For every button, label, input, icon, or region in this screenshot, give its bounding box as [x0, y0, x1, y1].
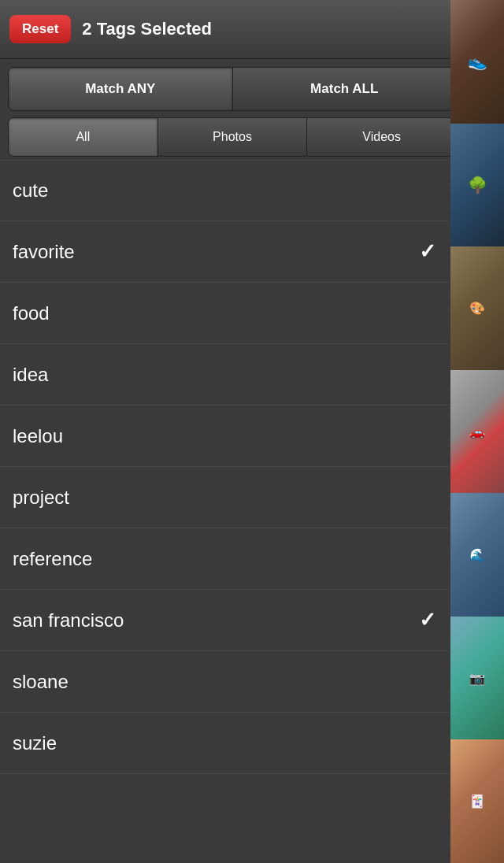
tag-item[interactable]: leelou — [0, 406, 449, 467]
tag-list: cutefavorite✓foodidealeelouprojectrefere… — [0, 160, 449, 774]
thumbnail-item[interactable] — [450, 493, 504, 617]
videos-button[interactable]: Videos — [307, 118, 456, 156]
thumbnail-item[interactable] — [450, 0, 504, 124]
match-toggle-bar: Match ANY Match ALL — [8, 67, 457, 111]
thumbnail-panel — [450, 0, 504, 863]
tag-item[interactable]: cute — [0, 160, 449, 221]
tag-item[interactable]: reference — [0, 528, 449, 590]
main-content: Match ANY Match ALL All Photos Videos cu… — [0, 59, 449, 774]
tag-label: project — [13, 487, 436, 509]
thumbnail-item[interactable] — [450, 124, 504, 247]
tag-item[interactable]: sloane — [0, 651, 449, 713]
tag-label: food — [13, 302, 436, 324]
match-all-button[interactable]: Match ALL — [233, 68, 457, 110]
tag-label: idea — [13, 364, 436, 386]
tag-label: sloane — [13, 671, 436, 693]
tag-checkmark-icon: ✓ — [419, 239, 436, 264]
tag-label: cute — [13, 180, 436, 202]
tag-label: suzie — [13, 732, 436, 754]
thumbnail-item[interactable] — [450, 246, 504, 370]
tag-item[interactable]: san francisco✓ — [0, 590, 449, 651]
tag-item[interactable]: idea — [0, 344, 449, 406]
tag-label: leelou — [13, 425, 436, 447]
tag-item[interactable]: project — [0, 467, 449, 528]
tag-label: favorite — [13, 241, 419, 263]
media-type-bar: All Photos Videos — [8, 117, 457, 157]
reset-button[interactable]: Reset — [9, 15, 71, 43]
tag-checkmark-icon: ✓ — [419, 608, 436, 632]
tag-item[interactable]: favorite✓ — [0, 221, 449, 283]
tag-label: san francisco — [13, 609, 419, 632]
header: Reset 2 Tags Selected — [0, 0, 504, 59]
thumbnail-item[interactable] — [450, 370, 504, 494]
header-title: 2 Tags Selected — [82, 19, 449, 39]
thumbnail-item[interactable] — [450, 617, 504, 740]
tag-label: reference — [13, 548, 436, 570]
thumbnail-item[interactable] — [450, 739, 504, 863]
tag-item[interactable]: food — [0, 283, 449, 344]
all-media-button[interactable]: All — [9, 118, 158, 156]
match-any-button[interactable]: Match ANY — [9, 68, 232, 110]
photos-button[interactable]: Photos — [158, 118, 307, 156]
tag-item[interactable]: suzie — [0, 713, 449, 774]
